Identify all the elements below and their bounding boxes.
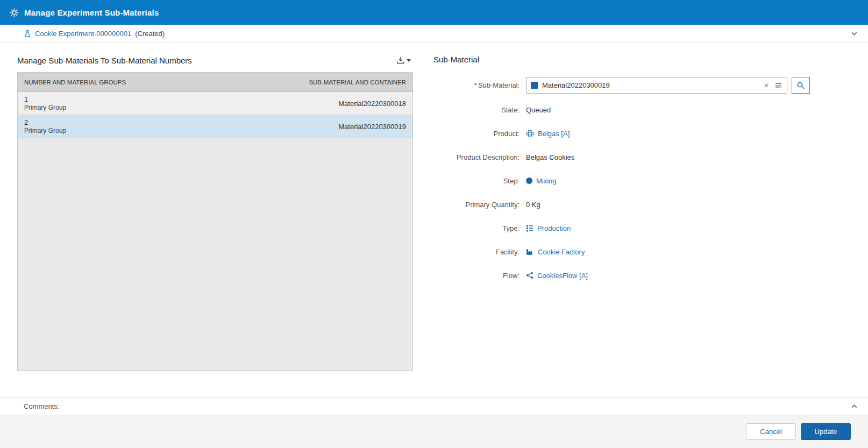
gear-icon (10, 8, 19, 17)
sub-material-detail-panel: Sub-Material *Sub-Material: ✕ (413, 53, 851, 397)
facility-value: Cookie Factory (538, 248, 585, 256)
comments-bar[interactable]: Comments: (0, 397, 868, 415)
breadcrumb: Cookie Experiment-000000001 (Created) (0, 25, 868, 43)
field-label: State: (433, 106, 526, 114)
sub-material-field[interactable]: ✕ (526, 77, 787, 94)
table-row[interactable]: 1 Primary Group Material20220300018 (18, 92, 412, 115)
row-number: 1 (24, 95, 229, 104)
download-icon (396, 56, 405, 65)
cancel-button[interactable]: Cancel (746, 423, 796, 440)
field-label: Product: (433, 130, 526, 138)
required-marker: * (474, 81, 477, 89)
left-panel-title: Manage Sub-Materials To Sub-Material Num… (17, 56, 192, 65)
state-value: Queued (526, 106, 551, 114)
sub-material-input[interactable] (542, 81, 758, 89)
table-row-selected[interactable]: 2 Primary Group Material20220300019 (18, 115, 412, 138)
material-icon (531, 82, 538, 89)
field-label: Step: (433, 177, 526, 185)
page-title: Manage Experiment Sub-Materials (24, 8, 159, 17)
step-value: Mixing (536, 177, 557, 185)
field-label: *Sub-Material: (433, 81, 526, 89)
field-step: Step: Mixing (433, 173, 851, 188)
chevron-up-icon[interactable] (850, 402, 858, 410)
field-label: Facility: (433, 248, 526, 256)
browse-list-icon[interactable] (774, 81, 782, 89)
field-type: Type: Production (433, 221, 851, 236)
field-facility: Facility: Cookie Factory (433, 244, 851, 259)
field-product-description: Product Description: Belgas Cookies (433, 150, 851, 165)
field-label: Product Description: (433, 153, 526, 161)
flow-value: CookiesFlow [A] (537, 272, 588, 280)
experiment-status: (Created) (135, 30, 165, 38)
row-number-group-cell: 2 Primary Group (18, 116, 235, 137)
field-state: State: Queued (433, 102, 851, 117)
app-window: Manage Experiment Sub-Materials Cookie E… (0, 0, 868, 448)
row-number-group-cell: 1 Primary Group (18, 93, 235, 114)
type-link[interactable]: Production (526, 224, 571, 232)
product-icon (526, 130, 534, 138)
row-submaterial: Material20220300018 (235, 99, 412, 108)
right-panel-title: Sub-Material (433, 55, 851, 64)
type-list-icon (526, 224, 533, 232)
step-icon (526, 177, 532, 184)
update-button[interactable]: Update (801, 423, 851, 440)
type-value: Production (537, 224, 571, 232)
step-link[interactable]: Mixing (526, 177, 557, 185)
facility-link[interactable]: Cookie Factory (526, 248, 585, 256)
product-value: Belgas [A] (538, 130, 570, 138)
chevron-down-icon[interactable] (850, 30, 858, 38)
main-content: Manage Sub-Materials To Sub-Material Num… (0, 43, 868, 397)
field-product: Product: Belgas [A] (433, 126, 851, 141)
export-button[interactable] (394, 55, 413, 66)
field-label: Type: (433, 224, 526, 232)
factory-icon (526, 248, 534, 255)
sub-material-label: Sub-Material: (478, 81, 520, 89)
field-sub-material: *Sub-Material: ✕ (433, 77, 851, 94)
row-material-group: Primary Group (24, 104, 229, 112)
product-link[interactable]: Belgas [A] (526, 130, 570, 138)
column-header-number-groups[interactable]: NUMBER AND MATERIAL GROUPS (18, 79, 235, 86)
flask-icon (24, 30, 31, 38)
field-label: Flow: (433, 272, 526, 280)
column-header-submaterial-container[interactable]: SUB-MATERIAL AND CONTAINER (235, 79, 412, 86)
table-empty-area (18, 138, 412, 371)
titlebar: Manage Experiment Sub-Materials (0, 0, 868, 25)
table-header: NUMBER AND MATERIAL GROUPS SUB-MATERIAL … (18, 73, 412, 92)
row-number: 2 (24, 118, 229, 127)
footer-actions: Cancel Update (0, 415, 868, 448)
field-label: Primary Quantity: (433, 201, 526, 209)
clear-icon[interactable]: ✕ (763, 82, 770, 89)
field-flow: Flow: CookiesFlow [A] (433, 268, 851, 283)
comments-label: Comments: (24, 402, 59, 410)
row-submaterial: Material20220300019 (235, 123, 412, 131)
flow-link[interactable]: CookiesFlow [A] (526, 272, 588, 280)
experiment-link[interactable]: Cookie Experiment-000000001 (35, 30, 131, 38)
product-description-value: Belgas Cookies (526, 153, 574, 161)
row-material-group: Primary Group (24, 127, 229, 135)
field-primary-quantity: Primary Quantity: 0 Kg (433, 197, 851, 212)
primary-quantity-value: 0 Kg (526, 201, 540, 209)
caret-down-icon (407, 59, 411, 62)
sub-materials-panel: Manage Sub-Materials To Sub-Material Num… (17, 53, 413, 397)
flow-icon (526, 272, 533, 279)
search-button[interactable] (792, 77, 810, 94)
sub-materials-table: NUMBER AND MATERIAL GROUPS SUB-MATERIAL … (17, 72, 413, 371)
